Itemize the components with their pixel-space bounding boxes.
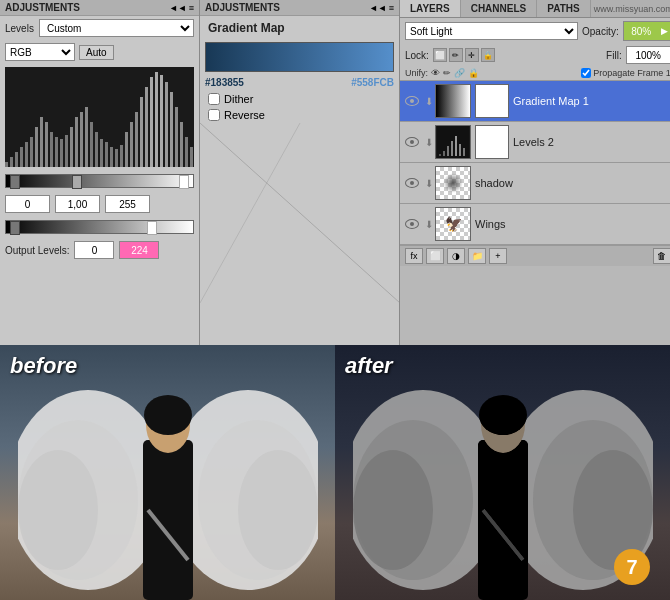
propagate-label: Propagate Frame 1 bbox=[593, 68, 670, 78]
svg-rect-29 bbox=[150, 77, 153, 167]
new-adjustment-button[interactable]: ◑ bbox=[447, 248, 465, 264]
layer-mask-levels bbox=[475, 125, 509, 159]
svg-rect-6 bbox=[35, 127, 38, 167]
input-slider-track[interactable] bbox=[5, 174, 194, 188]
input-max-field[interactable]: 255 bbox=[105, 195, 150, 213]
svg-line-39 bbox=[200, 123, 300, 303]
svg-rect-45 bbox=[455, 136, 457, 156]
mid-panel-collapse-icon[interactable]: ◄◄ bbox=[369, 3, 387, 13]
layer-link-shadow: ⬇ bbox=[425, 178, 433, 189]
layer-thumb-levels bbox=[435, 125, 471, 159]
opacity-arrow[interactable]: ▶ bbox=[659, 26, 670, 36]
opacity-input[interactable] bbox=[624, 22, 659, 40]
add-style-button[interactable]: fx bbox=[405, 248, 423, 264]
svg-rect-14 bbox=[75, 117, 78, 167]
fill-input[interactable] bbox=[626, 46, 670, 64]
eye-open-icon bbox=[405, 96, 419, 106]
output-max-field[interactable]: 224 bbox=[119, 241, 159, 259]
new-layer-button[interactable]: + bbox=[489, 248, 507, 264]
propagate-checkbox[interactable] bbox=[581, 68, 591, 78]
before-panel: before bbox=[0, 345, 335, 600]
tab-layers[interactable]: LAYERS bbox=[400, 0, 461, 17]
white-point-handle[interactable] bbox=[179, 175, 189, 189]
svg-line-38 bbox=[200, 123, 399, 303]
layers-tabs: LAYERS CHANNELS PATHS www.missyuan.com bbox=[400, 0, 670, 18]
svg-rect-43 bbox=[447, 146, 449, 156]
levels-preset-select[interactable]: Custom bbox=[39, 19, 194, 37]
output-white-handle[interactable] bbox=[147, 221, 157, 235]
layer-link-gradient: ⬇ bbox=[425, 96, 433, 107]
lock-all-icon[interactable]: 🔒 bbox=[481, 48, 495, 62]
layer-thumb-gradient-map bbox=[435, 84, 471, 118]
svg-rect-64 bbox=[478, 440, 528, 600]
input-levels-area bbox=[0, 170, 199, 192]
svg-rect-46 bbox=[459, 144, 461, 156]
svg-rect-24 bbox=[125, 132, 128, 167]
before-label: before bbox=[10, 353, 77, 379]
dither-row: Dither bbox=[200, 91, 399, 107]
mid-panel-title: ADJUSTMENTS bbox=[205, 2, 280, 13]
svg-rect-20 bbox=[105, 142, 108, 167]
output-black-handle[interactable] bbox=[10, 221, 20, 235]
svg-rect-1 bbox=[10, 157, 13, 167]
panel-menu-icon[interactable]: ≡ bbox=[189, 3, 194, 13]
black-point-handle[interactable] bbox=[10, 175, 20, 189]
svg-rect-28 bbox=[145, 87, 148, 167]
gradient-preview-bar[interactable] bbox=[205, 42, 394, 72]
midpoint-handle[interactable] bbox=[72, 175, 82, 189]
output-min-field[interactable]: 0 bbox=[74, 241, 114, 259]
channel-select[interactable]: RGB bbox=[5, 43, 75, 61]
gradient-mask-img bbox=[476, 85, 508, 117]
dither-checkbox[interactable] bbox=[208, 93, 220, 105]
lock-position-icon[interactable]: ✛ bbox=[465, 48, 479, 62]
output-slider-track[interactable] bbox=[5, 220, 194, 234]
lock-transparency-icon[interactable]: ⬜ bbox=[433, 48, 447, 62]
new-group-button[interactable]: 📁 bbox=[468, 248, 486, 264]
unify-icon-2[interactable]: ✏ bbox=[443, 68, 451, 78]
color-dark-label: #183855 bbox=[205, 77, 244, 88]
auto-button[interactable]: Auto bbox=[79, 45, 114, 60]
reverse-checkbox[interactable] bbox=[208, 109, 220, 121]
layer-item-wings[interactable]: ⬇ 🦅 Wings bbox=[400, 204, 670, 245]
before-wings-svg bbox=[18, 360, 318, 600]
level-inputs-row: 0 1,00 255 bbox=[0, 192, 199, 216]
add-mask-button[interactable]: ⬜ bbox=[426, 248, 444, 264]
input-min-field[interactable]: 0 bbox=[5, 195, 50, 213]
unify-icon-4[interactable]: 🔒 bbox=[468, 68, 479, 78]
tab-paths[interactable]: PATHS bbox=[537, 0, 590, 17]
svg-point-60 bbox=[353, 450, 433, 570]
dither-label: Dither bbox=[224, 93, 253, 105]
watermark-text: www.missyuan.com bbox=[591, 0, 670, 17]
layer-eye-shadow[interactable] bbox=[404, 175, 420, 191]
layer-eye-gradient-map[interactable] bbox=[404, 93, 420, 109]
svg-point-53 bbox=[238, 450, 318, 570]
svg-point-66 bbox=[479, 395, 527, 435]
eye-pupil-levels-icon bbox=[410, 140, 414, 144]
layer-item-shadow[interactable]: ⬇ shadow bbox=[400, 163, 670, 204]
panel-collapse-icon[interactable]: ◄◄ bbox=[169, 3, 187, 13]
delete-layer-button[interactable]: 🗑 bbox=[653, 248, 670, 264]
tab-channels[interactable]: CHANNELS bbox=[461, 0, 538, 17]
lock-image-icon[interactable]: ✏ bbox=[449, 48, 463, 62]
eye-pupil-icon bbox=[410, 99, 414, 103]
layer-item-gradient-map[interactable]: ⬇ Gradient Map 1 bbox=[400, 81, 670, 122]
svg-rect-36 bbox=[185, 137, 188, 167]
blend-mode-select[interactable]: Soft Light bbox=[405, 22, 578, 40]
opacity-control[interactable]: ▶ bbox=[623, 21, 670, 41]
svg-rect-17 bbox=[90, 122, 93, 167]
unify-icon-1[interactable]: 👁 bbox=[431, 68, 440, 78]
layer-eye-levels[interactable] bbox=[404, 134, 420, 150]
svg-rect-13 bbox=[70, 127, 73, 167]
layer-item-levels[interactable]: ⬇ Levels 2 bbox=[400, 122, 670, 163]
fill-label: Fill: bbox=[606, 50, 622, 61]
svg-rect-27 bbox=[140, 97, 143, 167]
mid-panel-menu-icon[interactable]: ≡ bbox=[389, 3, 394, 13]
svg-rect-16 bbox=[85, 107, 88, 167]
unify-label: Unify: bbox=[405, 68, 428, 78]
input-mid-field[interactable]: 1,00 bbox=[55, 195, 100, 213]
step-number-badge: 7 bbox=[614, 549, 650, 585]
layer-eye-wings[interactable] bbox=[404, 216, 420, 232]
svg-rect-0 bbox=[5, 162, 8, 167]
unify-icon-3[interactable]: 🔗 bbox=[454, 68, 465, 78]
lock-row: Lock: ⬜ ✏ ✛ 🔒 Fill: bbox=[400, 44, 670, 66]
